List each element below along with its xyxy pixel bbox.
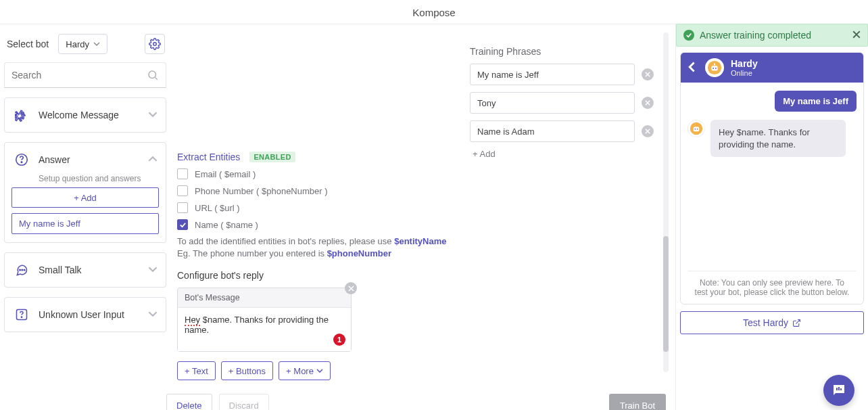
- svg-point-12: [715, 68, 717, 69]
- intent-answer: Answer Setup question and answers + Add …: [4, 142, 166, 243]
- remove-card-button[interactable]: [345, 282, 357, 294]
- scrollbar-thumb[interactable]: [663, 236, 669, 352]
- user-message: My name is Jeff: [775, 91, 857, 112]
- svg-point-3: [21, 162, 22, 162]
- chat-fab-icon: [831, 382, 847, 398]
- chat-icon: [13, 261, 30, 279]
- chevron-down-icon: [93, 41, 100, 47]
- chevron-down-icon: [316, 367, 323, 374]
- delete-phrase-button[interactable]: [642, 97, 654, 109]
- right-panel: Answer training completed Hardy Online M…: [676, 24, 868, 410]
- intent-small-talk[interactable]: Small Talk: [4, 252, 166, 288]
- intent-welcome-message[interactable]: Welcome Message: [4, 97, 166, 133]
- delete-phrase-button[interactable]: [642, 68, 654, 81]
- add-answer-button[interactable]: + Add: [11, 187, 159, 208]
- chevron-left-icon: [688, 62, 698, 72]
- chat-header: Hardy Online: [681, 53, 863, 83]
- settings-button[interactable]: [145, 34, 165, 54]
- toast-text: Answer training completed: [700, 30, 811, 41]
- delete-button[interactable]: Delete: [166, 394, 212, 410]
- entity-label: Name ( $name ): [195, 220, 258, 230]
- close-icon: [645, 72, 650, 77]
- message-rest: $name. Thanks for providing the name.: [185, 315, 329, 335]
- toast-close-button[interactable]: [852, 30, 861, 41]
- checkbox[interactable]: [177, 168, 188, 179]
- training-phrase-row: [470, 64, 654, 85]
- chevron-down-icon: [148, 265, 158, 276]
- wave-icon: [13, 106, 30, 124]
- training-phrase-input[interactable]: [470, 64, 635, 85]
- chat-note: Note: You can only see preview here. To …: [681, 271, 863, 304]
- checkbox[interactable]: [177, 202, 188, 213]
- checkbox[interactable]: [177, 185, 188, 196]
- select-bot-label: Select bot: [7, 39, 49, 49]
- intent-answer-header[interactable]: Answer: [5, 143, 166, 177]
- entity-hint: To add the identified entities in bot's …: [177, 235, 460, 259]
- training-phrase-input[interactable]: [470, 120, 635, 142]
- chevron-down-icon: [148, 110, 158, 121]
- svg-rect-15: [694, 127, 699, 132]
- select-bot-dropdown[interactable]: Hardy: [58, 34, 107, 54]
- train-bot-button[interactable]: Train Bot: [609, 394, 666, 410]
- test-bot-label: Test Hardy: [743, 317, 788, 328]
- question-box-icon: [13, 306, 30, 323]
- bot-message-card: Bot's Message Hey $name. Thanks for prov…: [177, 288, 352, 352]
- add-buttons-button[interactable]: + Buttons: [221, 361, 273, 380]
- checkbox-checked[interactable]: [177, 219, 188, 230]
- section-title-text: Extract Entities: [177, 152, 240, 162]
- chat-bot-name: Hardy: [731, 58, 758, 69]
- svg-point-17: [697, 129, 698, 130]
- close-icon: [348, 286, 354, 292]
- entity-row-name[interactable]: Name ( $name ): [177, 219, 460, 230]
- gear-icon: [149, 38, 161, 50]
- svg-point-8: [21, 317, 22, 317]
- svg-point-5: [22, 269, 23, 271]
- intent-title: Small Talk: [39, 265, 82, 275]
- intent-title: Unknown User Input: [39, 309, 124, 320]
- svg-rect-18: [836, 388, 838, 390]
- bot-message-input[interactable]: Hey $name. Thanks for providing the name…: [178, 308, 351, 351]
- svg-rect-19: [838, 387, 840, 390]
- add-text-button[interactable]: + Text: [177, 361, 216, 380]
- check-icon: [683, 30, 694, 41]
- search-icon: [147, 69, 159, 81]
- extract-entities-title: Extract Entities ENABLED: [177, 152, 295, 162]
- app-title: Kompose: [0, 0, 868, 24]
- entity-label: URL ( $url ): [195, 203, 240, 213]
- delete-phrase-button[interactable]: [642, 125, 654, 137]
- answer-item[interactable]: My name is Jeff: [11, 213, 159, 234]
- intent-subtitle: Setup question and answers: [39, 174, 166, 183]
- entity-row-email[interactable]: Email ( $email ): [177, 168, 460, 179]
- discard-button[interactable]: Discard: [219, 394, 269, 410]
- chat-bot-status: Online: [731, 69, 758, 77]
- svg-rect-20: [840, 388, 842, 390]
- chat-fab[interactable]: [823, 375, 854, 406]
- intent-title: Welcome Message: [39, 110, 119, 120]
- add-more-button[interactable]: + More: [279, 361, 331, 380]
- search-box[interactable]: [4, 62, 166, 88]
- training-phrases-title: Training Phrases: [470, 46, 654, 57]
- svg-point-1: [149, 71, 156, 78]
- add-training-phrase[interactable]: + Add: [470, 149, 654, 159]
- svg-point-4: [20, 269, 21, 271]
- entity-label: Phone Number ( $phoneNumber ): [195, 186, 328, 196]
- bot-avatar-small: [688, 120, 705, 137]
- intent-unknown[interactable]: Unknown User Input: [4, 297, 166, 332]
- chevron-down-icon: [148, 309, 158, 321]
- test-bot-button[interactable]: Test Hardy: [680, 311, 864, 334]
- svg-point-0: [153, 43, 157, 46]
- search-input[interactable]: [11, 70, 147, 81]
- svg-rect-10: [711, 66, 717, 70]
- intent-title: Answer: [39, 154, 70, 165]
- center-scrollbar[interactable]: [663, 32, 669, 372]
- entity-row-url[interactable]: URL ( $url ): [177, 202, 460, 213]
- chat-back-button[interactable]: [688, 62, 698, 74]
- entity-label: Email ( $email ): [195, 169, 256, 179]
- external-link-icon: [792, 319, 801, 327]
- close-icon: [645, 100, 650, 106]
- question-bubble-icon: [13, 151, 30, 168]
- entity-row-phone[interactable]: Phone Number ( $phoneNumber ): [177, 185, 460, 196]
- chat-preview: Hardy Online My name is Jeff Hey $name. …: [680, 52, 864, 304]
- training-phrase-input[interactable]: [470, 92, 635, 114]
- close-icon: [645, 129, 650, 134]
